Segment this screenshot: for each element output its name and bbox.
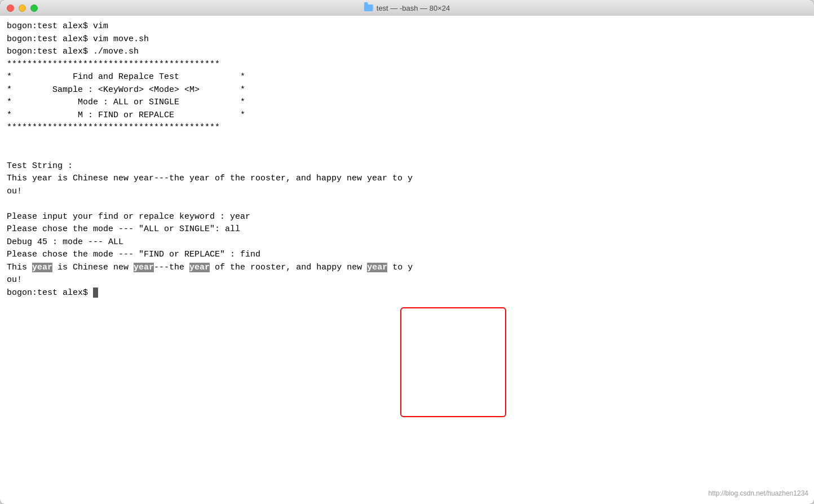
folder-icon [364, 5, 373, 11]
cursor [93, 288, 98, 298]
terminal-line: ou! [7, 185, 807, 198]
window-title: test — -bash — 80×24 [364, 4, 450, 12]
terminal-content[interactable]: bogon:test alex$ vimbogon:test alex$ vim… [0, 16, 814, 504]
highlighted-word: year [134, 263, 154, 272]
highlighted-line: This year is Chinese new year---the year… [7, 262, 807, 275]
terminal-line: ****************************************… [7, 122, 807, 135]
empty-line [7, 135, 807, 148]
highlighted-word: year [367, 263, 387, 272]
terminal-line: Please input your find or repalce keywor… [7, 211, 807, 224]
terminal-line: bogon:test alex$ vim move.sh [7, 33, 807, 46]
terminal-window: test — -bash — 80×24 bogon:test alex$ vi… [0, 0, 814, 504]
minimize-button[interactable] [19, 5, 26, 12]
title-text: test — -bash — 80×24 [377, 4, 450, 12]
terminal-line: Please chose the mode --- "ALL or SINGLE… [7, 223, 807, 236]
watermark: http://blog.csdn.net/huazhen1234 [709, 488, 808, 498]
terminal-line: bogon:test alex$ ./move.sh [7, 46, 807, 59]
highlighted-word: year [32, 263, 52, 272]
red-highlight-box [400, 307, 506, 417]
prompt-line: bogon:test alex$ [7, 287, 807, 300]
terminal-line: Test String : [7, 160, 807, 173]
traffic-lights [7, 5, 38, 12]
terminal-line: bogon:test alex$ vim [7, 20, 807, 33]
titlebar: test — -bash — 80×24 [0, 0, 814, 16]
empty-line [7, 198, 807, 211]
terminal-line: * Mode : ALL or SINGLE * [7, 96, 807, 109]
terminal-line: ****************************************… [7, 59, 807, 72]
terminal-line: This year is Chinese new year---the year… [7, 173, 807, 185]
highlighted-word: year [189, 263, 210, 272]
maximize-button[interactable] [30, 5, 38, 12]
empty-line [7, 147, 807, 160]
terminal-line: Debug 45 : mode --- ALL [7, 236, 807, 249]
terminal-line: ou! [7, 274, 807, 287]
terminal-line: Please chose the mode --- "FIND or REPLA… [7, 249, 807, 262]
close-button[interactable] [7, 5, 14, 12]
terminal-line: * Sample : <KeyWord> <Mode> <M> * [7, 84, 807, 97]
terminal-line: * M : FIND or REPALCE * [7, 109, 807, 122]
terminal-line: * Find and Repalce Test * [7, 71, 807, 84]
